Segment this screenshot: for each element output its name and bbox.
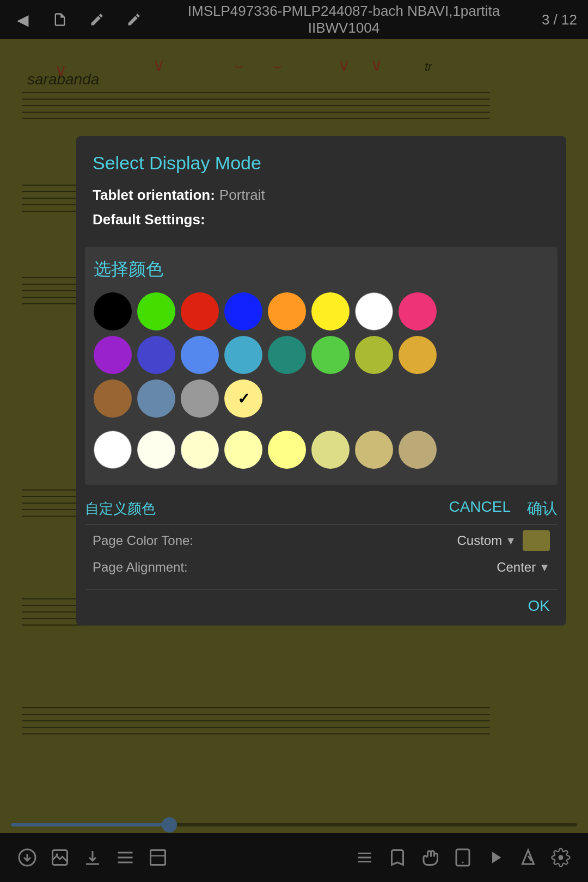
- page-color-tone-row: Page Color Tone: Custom ▼: [93, 530, 550, 551]
- page-color-tone-value: Custom: [457, 533, 503, 548]
- tablet-orientation-label: Tablet orientation:: [93, 187, 215, 204]
- color-swatch-teal[interactable]: [224, 336, 262, 374]
- confirm-button[interactable]: 确认: [527, 498, 558, 519]
- cancel-button[interactable]: CANCEL: [449, 498, 511, 519]
- color-swatch-black[interactable]: [94, 292, 132, 330]
- dialog-header: Select Display Mode Tablet orientation: …: [76, 136, 566, 247]
- color-preview: [523, 530, 550, 551]
- color-swatch-orange[interactable]: [268, 292, 306, 330]
- color-swatch-green[interactable]: [137, 292, 175, 330]
- color-swatch-white[interactable]: [355, 292, 393, 330]
- color-swatch-gold[interactable]: [399, 336, 437, 374]
- color-swatch-ly2[interactable]: [137, 431, 175, 469]
- color-swatch-gray[interactable]: [181, 379, 219, 418]
- color-row-3: [94, 379, 549, 418]
- color-picker-title: 选择颜色: [94, 258, 549, 281]
- color-swatch-ly8[interactable]: [399, 431, 437, 469]
- select-display-mode-dialog: Select Display Mode Tablet orientation: …: [76, 136, 566, 626]
- color-swatch-blue[interactable]: [224, 292, 262, 330]
- tablet-orientation-value: Portrait: [219, 187, 265, 204]
- page-color-tone-label: Page Color Tone:: [93, 533, 457, 548]
- color-picker-panel: 选择颜色: [85, 247, 558, 485]
- page-alignment-dropdown-arrow[interactable]: ▼: [539, 561, 550, 574]
- color-swatch-yellowgreen[interactable]: [355, 336, 393, 374]
- color-picker-footer: 自定义颜色 CANCEL 确认: [76, 491, 566, 524]
- color-swatch-red[interactable]: [181, 292, 219, 330]
- dialog-footer: OK: [76, 590, 566, 626]
- color-swatch-ly4[interactable]: [224, 431, 262, 469]
- settings-section: Page Color Tone: Custom ▼ Page Alignment…: [76, 525, 566, 589]
- color-swatch-indigo[interactable]: [137, 336, 175, 374]
- custom-color-button[interactable]: 自定义颜色: [85, 499, 156, 518]
- color-swatch-ly3[interactable]: [181, 431, 219, 469]
- color-swatch-darkteal[interactable]: [268, 336, 306, 374]
- color-swatch-lightyellow-selected[interactable]: [224, 379, 262, 418]
- page-alignment-value: Center: [497, 560, 536, 575]
- color-swatch-lime[interactable]: [311, 336, 350, 374]
- color-swatch-ly7[interactable]: [355, 431, 393, 469]
- default-settings-label: Default Settings:: [93, 211, 205, 228]
- ok-button[interactable]: OK: [528, 597, 550, 615]
- color-swatch-pink[interactable]: [399, 292, 437, 330]
- color-swatch-ly5[interactable]: [268, 431, 306, 469]
- color-row-light: [94, 431, 549, 469]
- page-alignment-label: Page Alignment:: [93, 560, 497, 575]
- dialog-title: Select Display Mode: [93, 152, 550, 174]
- color-swatch-purple[interactable]: [94, 336, 132, 374]
- color-swatch-yellow[interactable]: [311, 292, 350, 330]
- tablet-orientation-field: Tablet orientation: Portrait: [93, 187, 550, 204]
- color-row-2: [94, 336, 549, 374]
- color-swatch-brown[interactable]: [94, 379, 132, 418]
- page-color-tone-dropdown-arrow[interactable]: ▼: [505, 535, 516, 547]
- color-row-1: [94, 292, 549, 330]
- footer-buttons: CANCEL 确认: [449, 498, 558, 519]
- color-swatch-lightblue[interactable]: [181, 336, 219, 374]
- page-alignment-row: Page Alignment: Center ▼: [93, 560, 550, 575]
- color-swatch-steelblue[interactable]: [137, 379, 175, 418]
- color-swatch-ly6[interactable]: [311, 431, 350, 469]
- color-swatch-ly1[interactable]: [94, 431, 132, 469]
- default-settings-field: Default Settings:: [93, 211, 550, 228]
